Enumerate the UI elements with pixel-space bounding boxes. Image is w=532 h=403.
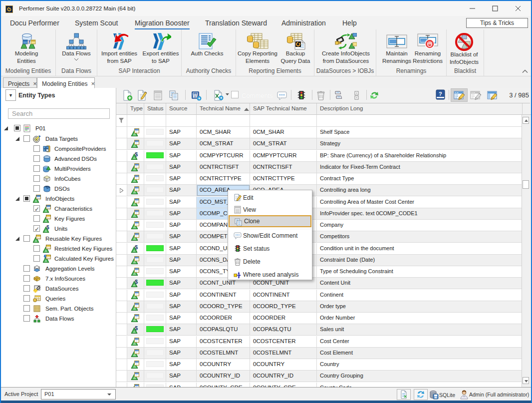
svg-text:?: ? [439, 91, 442, 97]
svg-text:W: W [193, 93, 198, 98]
svg-text:f: f [28, 40, 30, 45]
